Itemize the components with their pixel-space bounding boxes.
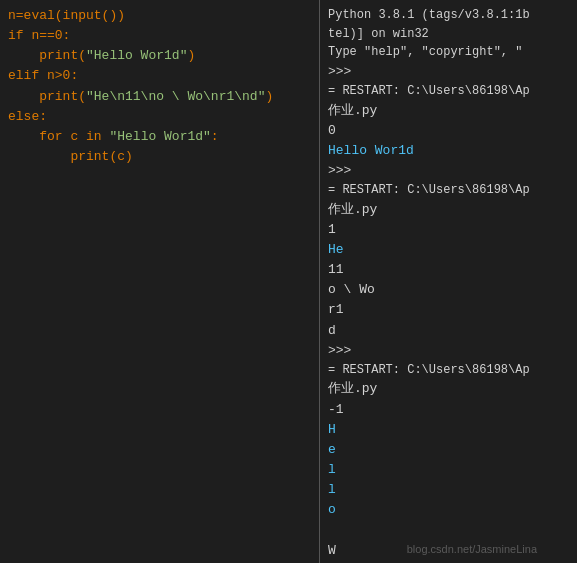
output-he: He (328, 240, 569, 260)
output-H: H (328, 420, 569, 440)
output-l1: l (328, 460, 569, 480)
output-1: 1 (328, 220, 569, 240)
output-neg1: -1 (328, 400, 569, 420)
output-11: 11 (328, 260, 569, 280)
filename-1: 作业.py (328, 101, 569, 121)
restart-3: = RESTART: C:\Users\86198\Ap (328, 361, 569, 380)
code-line-2: if n==0: (8, 26, 311, 46)
output-d: d (328, 321, 569, 341)
output-space (328, 520, 569, 540)
code-line-6: else: (8, 107, 311, 127)
filename-3: 作业.py (328, 379, 569, 399)
python-shell: Python 3.8.1 (tags/v3.8.1:1b tel)] on wi… (320, 0, 577, 563)
code-line-1: n=eval(input()) (8, 6, 311, 26)
watermark: blog.csdn.net/JasmineLina (407, 543, 537, 555)
code-line-3: print("Hello Wor1d") (8, 46, 311, 66)
output-hello-world: Hello Wor1d (328, 141, 569, 161)
output-r1: r1 (328, 300, 569, 320)
code-editor: n=eval(input()) if n==0: print("Hello Wo… (0, 0, 320, 563)
prompt-1: >>> (328, 62, 569, 82)
code-line-5: print("He\n11\no \ Wo\nr1\nd") (8, 87, 311, 107)
output-l2: l (328, 480, 569, 500)
output-o2: o (328, 500, 569, 520)
output-0-normal: 0 (328, 121, 569, 141)
python-version: Python 3.8.1 (tags/v3.8.1:1b (328, 6, 569, 25)
restart-1: = RESTART: C:\Users\86198\Ap (328, 82, 569, 101)
restart-2: = RESTART: C:\Users\86198\Ap (328, 181, 569, 200)
filename-2: 作业.py (328, 200, 569, 220)
output-e2: e (328, 440, 569, 460)
python-version-2: tel)] on win32 (328, 25, 569, 44)
output-o-wo: o \ Wo (328, 280, 569, 300)
type-help: Type "help", "copyright", " (328, 43, 569, 62)
code-line-4: elif n>0: (8, 66, 311, 86)
prompt-3: >>> (328, 341, 569, 361)
code-line-8: print(c) (8, 147, 311, 167)
code-line-7: for c in "Hello Wor1d": (8, 127, 311, 147)
prompt-2: >>> (328, 161, 569, 181)
